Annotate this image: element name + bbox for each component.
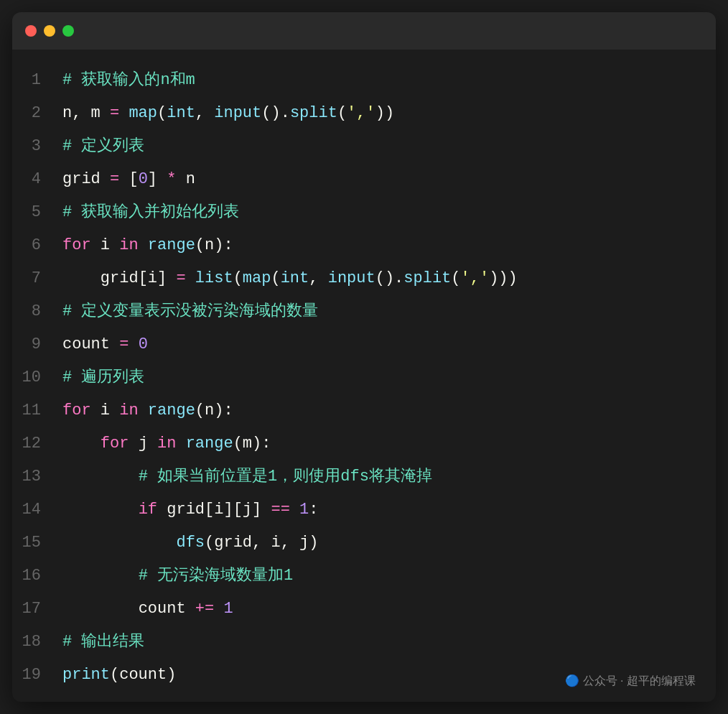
token-white: , xyxy=(195,104,214,122)
token-op: = xyxy=(110,104,119,122)
maximize-dot[interactable] xyxy=(62,25,74,37)
token-kw: in xyxy=(119,236,138,254)
line-content: for i in range(n): xyxy=(55,231,716,261)
token-fn: map xyxy=(129,104,157,122)
token-num: 0 xyxy=(139,170,148,188)
token-num: 1 xyxy=(299,501,309,519)
token-white xyxy=(91,236,101,254)
token-white xyxy=(62,269,101,287)
token-fn: list xyxy=(195,269,233,287)
token-op: == xyxy=(271,501,289,519)
wechat-icon: 🔵 xyxy=(565,674,579,687)
line-number: 1 xyxy=(12,65,55,96)
code-line: 3# 定义列表 xyxy=(12,130,716,163)
token-kw: for xyxy=(62,402,91,419)
token-op: * xyxy=(167,170,176,188)
line-number: 6 xyxy=(12,231,55,261)
token-var: count xyxy=(119,666,167,684)
token-white xyxy=(167,269,176,287)
token-white xyxy=(119,104,129,122)
line-content: # 定义列表 xyxy=(55,131,716,162)
code-line: 9count = 0 xyxy=(12,328,716,361)
line-content: # 输出结果 xyxy=(55,627,716,657)
line-content: # 如果当前位置是1，则使用dfs将其淹掉 xyxy=(55,462,716,492)
line-content: count += 1 xyxy=(55,594,716,624)
token-paren: ) xyxy=(214,402,223,419)
token-white xyxy=(62,600,139,618)
token-kw: in xyxy=(119,402,138,419)
token-white xyxy=(186,269,195,287)
token-white: : xyxy=(261,435,271,453)
token-white xyxy=(62,567,139,585)
code-line: 17 count += 1 xyxy=(12,593,716,626)
token-fn: split xyxy=(290,104,337,122)
line-number: 15 xyxy=(12,528,55,558)
token-op: = xyxy=(176,269,185,287)
token-paren: ( xyxy=(451,269,460,287)
token-white xyxy=(62,468,139,486)
code-line: 18# 输出结果 xyxy=(12,626,716,659)
token-white xyxy=(148,435,157,453)
token-var: n xyxy=(205,236,214,254)
token-white xyxy=(186,600,195,618)
token-cm: # 获取输入的n和m xyxy=(62,71,195,89)
token-white: . xyxy=(394,269,403,287)
token-str: ',' xyxy=(461,269,490,287)
token-var: i xyxy=(148,269,157,287)
line-number: 4 xyxy=(12,164,55,195)
token-white: , xyxy=(281,534,299,552)
close-dot[interactable] xyxy=(25,25,37,37)
token-fn: print xyxy=(62,666,110,684)
token-white xyxy=(119,170,129,188)
token-fn: map xyxy=(243,269,271,287)
token-white xyxy=(139,236,148,254)
line-content: # 获取输入的n和m xyxy=(55,65,716,96)
token-var: i xyxy=(101,236,110,254)
token-op: = xyxy=(119,335,129,353)
code-line: 10# 遍历列表 xyxy=(12,361,716,394)
token-cm: # 定义列表 xyxy=(62,137,144,155)
token-paren: ( xyxy=(337,104,347,122)
line-content: count = 0 xyxy=(55,330,716,360)
line-content: if grid[i][j] == 1: xyxy=(55,495,716,525)
token-var: i xyxy=(101,402,110,419)
token-paren: ( xyxy=(195,236,205,254)
code-line: 2n, m = map(int, input().split(',')) xyxy=(12,97,716,130)
line-number: 18 xyxy=(12,627,55,657)
line-number: 5 xyxy=(12,198,55,228)
token-paren: ( xyxy=(157,104,167,122)
token-num: 1 xyxy=(223,600,233,618)
footer-label: 🔵 公众号 · 超平的编程课 xyxy=(565,674,696,689)
token-fn: split xyxy=(403,269,451,287)
token-white xyxy=(214,600,223,618)
token-white xyxy=(176,170,185,188)
line-number: 7 xyxy=(12,264,55,294)
code-line: 13 # 如果当前位置是1，则使用dfs将其淹掉 xyxy=(12,460,716,493)
token-fn: range xyxy=(148,236,195,254)
token-paren: [ xyxy=(129,170,138,188)
code-line: 5# 获取输入并初始化列表 xyxy=(12,196,716,229)
code-line: 1# 获取输入的n和m xyxy=(12,64,716,97)
token-white xyxy=(290,501,299,519)
token-paren: ] xyxy=(252,501,261,519)
token-white: . xyxy=(281,104,290,122)
token-var: grid xyxy=(101,269,139,287)
line-number: 19 xyxy=(12,660,55,690)
token-white xyxy=(91,402,101,419)
line-content: grid = [0] * n xyxy=(55,164,716,195)
token-paren: ][ xyxy=(223,501,242,519)
token-paren: ] xyxy=(148,170,157,188)
token-paren: ( xyxy=(233,435,243,453)
token-paren: ) xyxy=(252,435,261,453)
minimize-dot[interactable] xyxy=(44,25,55,37)
token-var: n, m xyxy=(62,104,110,122)
token-num: 0 xyxy=(139,335,148,353)
line-number: 8 xyxy=(12,297,55,327)
line-content: # 无污染海域数量加1 xyxy=(55,561,716,591)
token-paren: ( xyxy=(205,534,214,552)
line-number: 2 xyxy=(12,98,55,129)
token-white xyxy=(62,435,101,453)
token-white xyxy=(129,335,138,353)
code-line: 15 dfs(grid, i, j) xyxy=(12,527,716,560)
line-content: grid[i] = list(map(int, input().split(',… xyxy=(55,264,716,294)
